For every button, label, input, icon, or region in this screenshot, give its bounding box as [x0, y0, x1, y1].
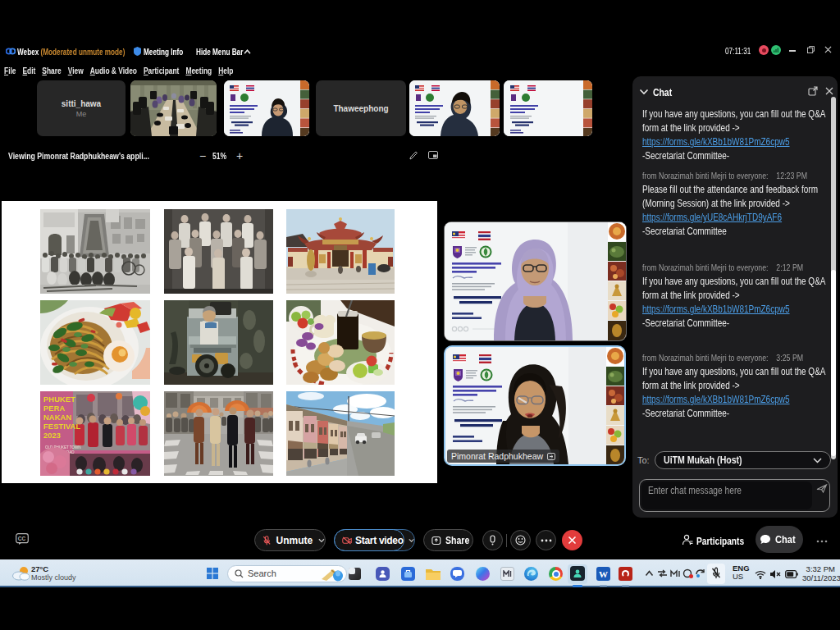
svg-text:FESTIVAL: FESTIVAL — [43, 422, 80, 431]
svg-text:PHUKET: PHUKET — [43, 395, 75, 404]
svg-text:CC: CC — [18, 536, 26, 541]
svg-text:PERA: PERA — [43, 404, 66, 413]
svg-text:NAKAN: NAKAN — [43, 413, 71, 422]
svg-text:2023: 2023 — [43, 431, 61, 440]
